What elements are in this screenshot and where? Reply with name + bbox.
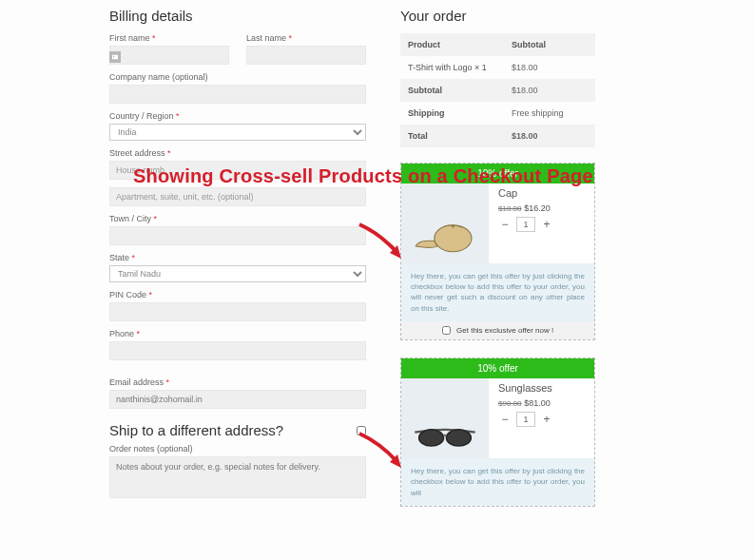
order-row-label: Shipping (408, 108, 512, 118)
offer-cta-row: Get this exclusive offer now ! (401, 321, 594, 339)
last-name-input[interactable] (246, 46, 366, 65)
qty-minus-button[interactable]: − (498, 218, 512, 231)
order-row-value: $18.00 (512, 63, 588, 72)
order-row-label: Total (408, 131, 512, 141)
order-row-value: $18.00 (512, 86, 588, 95)
offer-thumbnail (401, 378, 489, 458)
order-column: Your order Product Subtotal T-Shirt with… (400, 8, 595, 524)
city-label: Town / City * (109, 214, 366, 223)
pin-input[interactable] (109, 302, 366, 321)
phone-label: Phone * (109, 329, 366, 338)
order-title: Your order (400, 8, 595, 24)
product-header: Product (408, 40, 512, 49)
annotation-headline: Showing Cross-sell Products on a Checkou… (133, 165, 593, 187)
first-name-label: First name * (109, 33, 229, 43)
offer-old-price: $18.00 (498, 204, 521, 213)
state-select[interactable]: Tamil Nadu (109, 265, 366, 282)
order-row-value: $18.00 (512, 131, 588, 141)
order-notes-label: Order notes (optional) (109, 444, 366, 454)
phone-input[interactable] (109, 341, 366, 360)
svg-point-4 (419, 430, 444, 446)
offer-description: Hey there, you can get this offer by jus… (401, 458, 594, 506)
first-name-input[interactable] (109, 46, 229, 65)
offer-name: Cap (498, 187, 585, 199)
street-label: Street address * (109, 148, 366, 158)
company-input[interactable] (109, 85, 366, 104)
qty-value[interactable]: 1 (516, 217, 535, 232)
qty-value[interactable]: 1 (516, 412, 535, 427)
ship-different-checkbox[interactable] (357, 426, 366, 435)
email-label: Email address * (109, 377, 366, 387)
last-name-label: Last name * (246, 33, 366, 43)
company-label: Company name (optional) (109, 72, 366, 82)
order-row-value: Free shipping (512, 108, 588, 118)
offer-banner: 10% offer (401, 358, 594, 378)
billing-title: Billing details (109, 8, 366, 24)
offer-cta-label: Get this exclusive offer now ! (456, 326, 553, 335)
qty-plus-button[interactable]: + (540, 218, 553, 231)
svg-point-2 (435, 225, 472, 252)
pin-label: PIN Code * (109, 290, 366, 299)
order-row-label: Subtotal (408, 86, 512, 95)
state-label: State * (109, 253, 366, 262)
svg-rect-1 (113, 56, 114, 57)
email-input[interactable] (109, 390, 366, 409)
qty-plus-button[interactable]: + (540, 413, 553, 426)
offer-new-price: $16.20 (524, 203, 551, 213)
cross-sell-card: 10% offer Sunglasses $90.00 $81.00 (400, 357, 595, 507)
street2-input[interactable] (109, 187, 366, 206)
svg-point-5 (446, 430, 471, 446)
order-row-label: T-Shirt with Logo × 1 (408, 63, 512, 72)
order-summary-table: Product Subtotal T-Shirt with Logo × 1 $… (400, 33, 595, 147)
cap-icon (412, 213, 478, 256)
offer-new-price: $81.00 (524, 398, 551, 408)
cross-sell-card: 10% offer Cap $18.00 $16.20 (400, 163, 595, 340)
qty-minus-button[interactable]: − (498, 413, 512, 426)
offer-checkbox[interactable] (442, 326, 451, 335)
svg-rect-0 (112, 55, 118, 60)
subtotal-header: Subtotal (512, 40, 588, 49)
billing-column: Billing details First name * Last name *… (109, 8, 366, 524)
offer-description: Hey there, you can get this offer by jus… (401, 263, 594, 321)
offer-name: Sunglasses (498, 382, 585, 394)
offer-thumbnail (401, 183, 489, 263)
ship-title: Ship to a different address? (109, 422, 283, 438)
svg-point-3 (452, 225, 454, 228)
country-label: Country / Region * (109, 111, 366, 121)
contact-card-icon[interactable] (109, 51, 121, 63)
city-input[interactable] (109, 226, 366, 245)
offer-old-price: $90.00 (498, 399, 521, 408)
order-notes-textarea[interactable] (109, 456, 366, 498)
country-select[interactable]: India (109, 124, 366, 141)
sunglasses-icon (411, 422, 479, 451)
